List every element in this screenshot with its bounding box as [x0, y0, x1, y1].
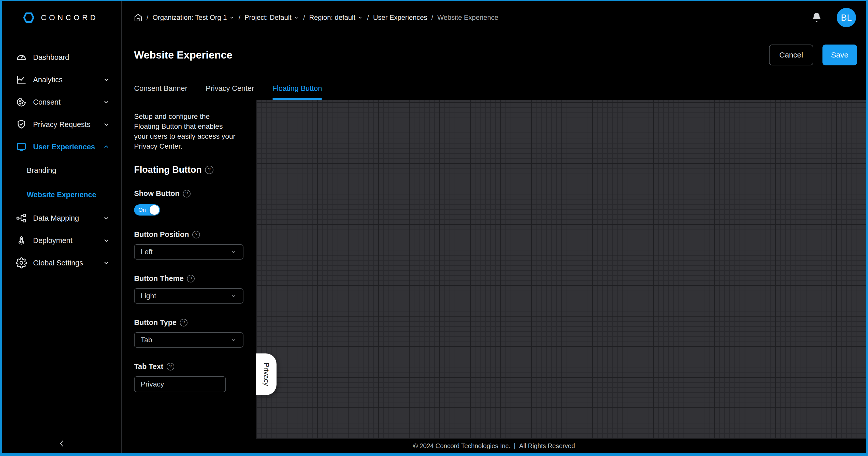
help-icon[interactable]: ? — [187, 275, 195, 282]
save-button[interactable]: Save — [823, 44, 857, 65]
sidebar-item-global-settings[interactable]: Global Settings — [2, 252, 121, 274]
sidebar-item-data-mapping[interactable]: Data Mapping — [2, 207, 121, 229]
sidebar-item-branding[interactable]: Branding — [2, 159, 121, 181]
button-position-value: Left — [141, 248, 230, 256]
button-theme-select[interactable]: Light — [134, 288, 244, 304]
breadcrumb-separator: / — [147, 14, 149, 22]
breadcrumb: / Organization: Test Org 1 / Project: De… — [134, 13, 811, 22]
sidebar-collapse-icon[interactable] — [57, 439, 66, 448]
concord-logo-icon — [22, 12, 35, 23]
home-icon[interactable] — [134, 13, 143, 22]
brand-name: CONCORD — [41, 13, 98, 22]
chevron-down-icon — [102, 237, 110, 244]
sidebar-item-label: Branding — [27, 166, 56, 175]
button-type-value: Tab — [141, 336, 230, 344]
breadcrumb-region[interactable]: Region: default — [309, 14, 363, 22]
toggle-state-label: On — [138, 207, 146, 213]
chevron-down-icon — [293, 15, 299, 20]
sidebar-item-privacy-requests[interactable]: Privacy Requests — [2, 113, 121, 135]
sidebar-item-deployment[interactable]: Deployment — [2, 229, 121, 252]
floating-privacy-tab[interactable]: Privacy — [256, 354, 277, 395]
button-position-label: Button Position ? — [134, 230, 244, 239]
cancel-button[interactable]: Cancel — [769, 44, 813, 65]
floating-tab-text: Privacy — [262, 363, 271, 386]
toggle-knob — [150, 205, 159, 215]
footer-rights: All Rights Reserved — [519, 442, 575, 450]
tab-privacy-center[interactable]: Privacy Center — [206, 84, 254, 100]
sidebar-item-consent[interactable]: Consent — [2, 91, 121, 113]
chevron-down-icon — [230, 293, 237, 299]
breadcrumb-project[interactable]: Project: Default — [245, 14, 299, 22]
sidebar-item-label: Global Settings — [33, 259, 83, 267]
button-theme-value: Light — [141, 292, 230, 300]
gear-icon — [16, 257, 27, 269]
chevron-down-icon — [102, 121, 110, 128]
help-icon[interactable]: ? — [192, 231, 200, 238]
chevron-down-icon — [102, 214, 110, 222]
shield-check-icon — [16, 119, 27, 130]
chevron-down-icon — [102, 259, 110, 267]
sidebar: CONCORD Dashboard Analytics — [2, 1, 122, 453]
breadcrumb-separator: / — [431, 14, 433, 22]
settings-panel: Setup and configure the Floating Button … — [122, 100, 256, 439]
section-description: Setup and configure the Floating Button … — [134, 112, 244, 151]
chevron-down-icon — [358, 15, 363, 20]
tab-consent-banner[interactable]: Consent Banner — [134, 84, 187, 100]
sidebar-item-user-experiences[interactable]: User Experiences — [2, 135, 121, 158]
sidebar-item-label: User Experiences — [33, 143, 95, 151]
sidebar-item-label: Analytics — [33, 75, 63, 84]
footer: © 2024 Concord Technologies Inc. | All R… — [122, 439, 866, 453]
breadcrumb-separator: / — [239, 14, 241, 22]
section-title: Floating Button ? — [134, 164, 244, 175]
tab-text-input[interactable] — [134, 376, 226, 392]
hierarchy-icon — [16, 212, 27, 224]
chevron-up-icon — [102, 143, 110, 151]
app-frame: CONCORD Dashboard Analytics — [0, 0, 868, 456]
main-column: / Organization: Test Org 1 / Project: De… — [122, 1, 866, 453]
sidebar-item-dashboard[interactable]: Dashboard — [2, 46, 121, 68]
tab-floating-button[interactable]: Floating Button — [273, 84, 322, 100]
footer-copyright: © 2024 Concord Technologies Inc. — [413, 442, 510, 450]
header-actions: Cancel Save — [769, 44, 857, 65]
topbar: / Organization: Test Org 1 / Project: De… — [122, 1, 866, 34]
cookie-icon — [16, 96, 27, 108]
button-theme-label: Button Theme ? — [134, 274, 244, 283]
button-type-select[interactable]: Tab — [134, 332, 244, 347]
page-header: Website Experience Cancel Save Consent B… — [122, 34, 866, 100]
rocket-icon — [16, 235, 27, 246]
chevron-down-icon — [230, 337, 237, 343]
help-icon[interactable]: ? — [167, 363, 174, 370]
chevron-down-icon — [229, 15, 235, 20]
tab-bar: Consent Banner Privacy Center Floating B… — [134, 84, 322, 100]
notifications-bell-icon[interactable] — [811, 12, 823, 23]
footer-divider: | — [514, 442, 516, 450]
tab-text-label: Tab Text ? — [134, 362, 244, 371]
sidebar-item-label: Website Experience — [27, 191, 96, 199]
show-button-label: Show Button ? — [134, 189, 244, 198]
sidebar-nav: Dashboard Analytics Consent — [2, 46, 121, 274]
chevron-down-icon — [102, 76, 110, 84]
sidebar-item-label: Consent — [33, 98, 61, 107]
avatar[interactable]: BL — [837, 8, 856, 27]
help-icon[interactable]: ? — [205, 166, 213, 174]
gauge-icon — [16, 52, 27, 63]
chevron-down-icon — [230, 249, 237, 255]
button-type-label: Button Type ? — [134, 318, 244, 327]
sidebar-item-website-experience[interactable]: Website Experience — [2, 183, 121, 206]
avatar-initials: BL — [841, 12, 852, 23]
breadcrumb-organization[interactable]: Organization: Test Org 1 — [153, 14, 235, 22]
sidebar-item-label: Privacy Requests — [33, 120, 91, 129]
button-position-select[interactable]: Left — [134, 244, 244, 260]
help-icon[interactable]: ? — [180, 319, 187, 327]
help-icon[interactable]: ? — [183, 190, 190, 197]
monitor-icon — [16, 141, 27, 152]
brand-logo[interactable]: CONCORD — [2, 1, 121, 34]
sidebar-item-analytics[interactable]: Analytics — [2, 68, 121, 91]
page-title: Website Experience — [134, 49, 232, 61]
sidebar-item-label: Deployment — [33, 236, 72, 245]
show-button-toggle[interactable]: On — [134, 204, 160, 216]
breadcrumb-separator: / — [367, 14, 369, 22]
breadcrumb-user-experiences[interactable]: User Experiences — [373, 14, 427, 22]
sidebar-item-label: Data Mapping — [33, 214, 79, 222]
sidebar-item-label: Dashboard — [33, 53, 69, 62]
